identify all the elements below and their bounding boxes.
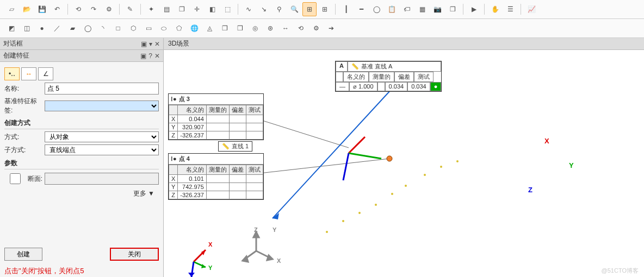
spreadsheet-button[interactable]: ▦ — [415, 2, 429, 16]
help-icon[interactable]: ? — [148, 52, 152, 60]
magnify-button[interactable]: 🔍 — [287, 2, 301, 16]
compass-button[interactable]: ◯ — [369, 2, 383, 16]
disc-button[interactable]: ● — [35, 21, 49, 35]
link-dim-button[interactable]: ↔ — [278, 21, 293, 35]
rollback-button[interactable]: ⟲ — [294, 21, 308, 35]
arc-button[interactable]: ◝ — [96, 21, 110, 35]
layers-button[interactable]: ❐ — [218, 21, 232, 35]
ruler-v-button[interactable]: ┃ — [339, 2, 353, 16]
method-select[interactable]: 从对象 — [45, 131, 159, 142]
transform-arrow-button[interactable]: ➔ — [324, 21, 338, 35]
list-tree-button[interactable]: ☰ — [503, 2, 517, 16]
submethod-select[interactable]: 直线端点 — [45, 144, 159, 155]
gears-button[interactable]: ⚙ — [309, 21, 323, 35]
rectangle-button[interactable]: ▭ — [141, 21, 156, 35]
grid-add-button[interactable]: ⊞ — [318, 2, 332, 16]
ellipse2-button[interactable]: ⬭ — [157, 21, 171, 35]
pkg-button[interactable]: ❒ — [445, 2, 460, 16]
rotate-undo-button[interactable]: ⟲ — [71, 2, 85, 16]
datum-select[interactable] — [45, 100, 159, 111]
svg-point-9 — [387, 156, 392, 161]
datum-tag: A — [336, 61, 348, 72]
new-file-button[interactable]: ▱ — [4, 2, 18, 16]
sidebar: 对话框 ▣▾✕ 创建特征 ▣?✕ •‥ ↔ ∠ 名称: 基准特征标签: 创建方式… — [0, 38, 164, 277]
dialog-header: 对话框 ▣▾✕ — [0, 38, 163, 50]
axis-y-label: Y — [569, 161, 574, 169]
play-button[interactable]: ▶ — [467, 2, 481, 16]
svg-point-15 — [375, 204, 377, 206]
square-button[interactable]: □ — [111, 21, 125, 35]
svg-line-7 — [349, 153, 381, 159]
cube-shaded-button[interactable]: ◩ — [4, 21, 18, 35]
line1-label: 📏直线 1 — [218, 141, 252, 152]
mode-dim-icon[interactable]: ↔ — [21, 67, 36, 80]
save-button[interactable]: 💾 — [35, 2, 49, 16]
params-header: 参数 — [4, 159, 159, 169]
svg-marker-30 — [243, 256, 248, 262]
svg-point-18 — [326, 231, 328, 233]
target-button[interactable]: ◎ — [248, 21, 262, 35]
clipboard-button[interactable]: 📋 — [385, 2, 399, 16]
cube-iso-button[interactable]: ❐ — [175, 2, 189, 16]
globe-button[interactable]: 🌐 — [187, 21, 201, 35]
name-label: 名称: — [4, 84, 42, 93]
settings-button[interactable]: ⚙ — [102, 2, 116, 16]
close-button[interactable]: 关闭 — [110, 248, 159, 261]
axes-button[interactable]: ✛ — [190, 2, 204, 16]
svg-line-8 — [343, 153, 349, 180]
pin-icon[interactable]: ▣ — [141, 40, 147, 48]
probe-button[interactable]: ↘ — [257, 2, 271, 16]
stats-chart-button[interactable]: 📈 — [524, 2, 538, 16]
grid-toggle-button[interactable]: ⊞ — [302, 2, 317, 16]
cut-checkbox[interactable] — [7, 173, 24, 184]
svg-point-11 — [440, 166, 442, 168]
close2-icon[interactable]: ✕ — [154, 52, 160, 60]
viewport-title: 3D场景 — [164, 38, 644, 50]
matrix-button[interactable]: ▤ — [159, 2, 174, 16]
surface-button[interactable]: ◬ — [202, 21, 216, 35]
inspect-button[interactable]: ⚲ — [272, 2, 286, 16]
group-button[interactable]: ⊛ — [263, 21, 277, 35]
tool-a-button[interactable]: ✎ — [123, 2, 137, 16]
watermark: @51CTO博客 — [602, 267, 639, 275]
create-button[interactable]: 创建 — [4, 248, 42, 261]
planes-button[interactable]: ◫ — [20, 21, 34, 35]
undo-button[interactable]: ↶ — [50, 2, 64, 16]
name-input[interactable] — [45, 83, 159, 95]
tag-button[interactable]: 🏷 — [400, 2, 414, 16]
mode-point-icon[interactable]: •‥ — [4, 67, 20, 80]
svg-line-1 — [245, 159, 389, 175]
main-toolbar-row1: ▱📂💾↶⟲↷⚙✎✦▤❐✛◧⬚∿↘⚲🔍⊞⊞┃━◯📋🏷▦📷❒▶✋☰📈 — [0, 0, 644, 19]
box-solid-button[interactable]: ◧ — [205, 2, 219, 16]
polygon-button[interactable]: ⬠ — [172, 21, 186, 35]
main-toolbar-row2: ◩◫●／▰◯◝□⬡▭⬭⬠🌐◬❐❒◎⊛↔⟲⚙➔ — [0, 19, 644, 38]
hexagon-button[interactable]: ⬡ — [126, 21, 140, 35]
plane-solid-button[interactable]: ▰ — [65, 21, 79, 35]
wave-button[interactable]: ∿ — [242, 2, 256, 16]
svg-point-17 — [342, 220, 344, 222]
close-panel-icon[interactable]: ✕ — [154, 40, 160, 48]
datum-label: 基准特征标签: — [4, 97, 42, 115]
open-file-button[interactable]: 📂 — [20, 2, 34, 16]
grey-z: Z — [254, 226, 258, 233]
camera-button[interactable]: 📷 — [430, 2, 444, 16]
line-icon: 📏 — [222, 143, 230, 150]
ellipse-button[interactable]: ◯ — [81, 21, 95, 35]
svg-marker-28 — [267, 255, 273, 260]
cut-input[interactable] — [45, 173, 159, 185]
line-icon: 📏 — [351, 63, 359, 70]
viewport-3d[interactable]: X Y Z X Y Z Z Y X ⁞●点 3 名义的测量的偏差测试X0.044… — [164, 50, 644, 277]
mode-angle-icon[interactable]: ∠ — [38, 67, 53, 80]
svg-marker-5 — [273, 213, 279, 219]
redo-button[interactable]: ↷ — [86, 2, 101, 16]
layers2-button[interactable]: ❒ — [233, 21, 247, 35]
box-dim-button[interactable]: ⬚ — [220, 2, 234, 16]
pin2-icon[interactable]: ▣ — [140, 52, 146, 60]
minimize-icon[interactable]: ▾ — [149, 40, 152, 48]
line-button[interactable]: ／ — [50, 21, 64, 35]
hand-button[interactable]: ✋ — [488, 2, 502, 16]
more-toggle[interactable]: 更多 ▼ — [4, 188, 159, 199]
callout-point4: ⁞●点 4 名义的测量的偏差测试X0.101Y742.975Z-326.237 — [168, 153, 264, 200]
ray-button[interactable]: ✦ — [144, 2, 158, 16]
ruler-h-button[interactable]: ━ — [354, 2, 368, 16]
